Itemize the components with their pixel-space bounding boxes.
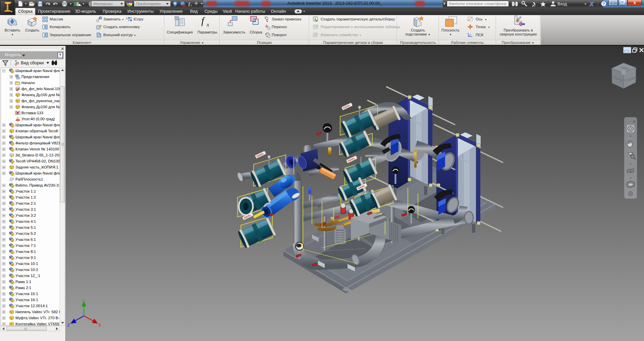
- svg-text:i: i: [126, 17, 127, 20]
- svg-text:X: X: [589, 1, 594, 7]
- svg-text:f: f: [201, 15, 205, 26]
- svg-text:i: i: [315, 17, 316, 21]
- svg-text:Вход: Вход: [557, 2, 567, 6]
- svg-text:?: ?: [59, 53, 61, 58]
- svg-text:x: x: [190, 3, 192, 7]
- svg-text:Y: Y: [82, 298, 85, 303]
- svg-text:Z: Z: [67, 323, 70, 328]
- svg-text:?: ?: [602, 1, 605, 6]
- svg-text:x: x: [206, 21, 209, 27]
- svg-text:X: X: [98, 323, 101, 328]
